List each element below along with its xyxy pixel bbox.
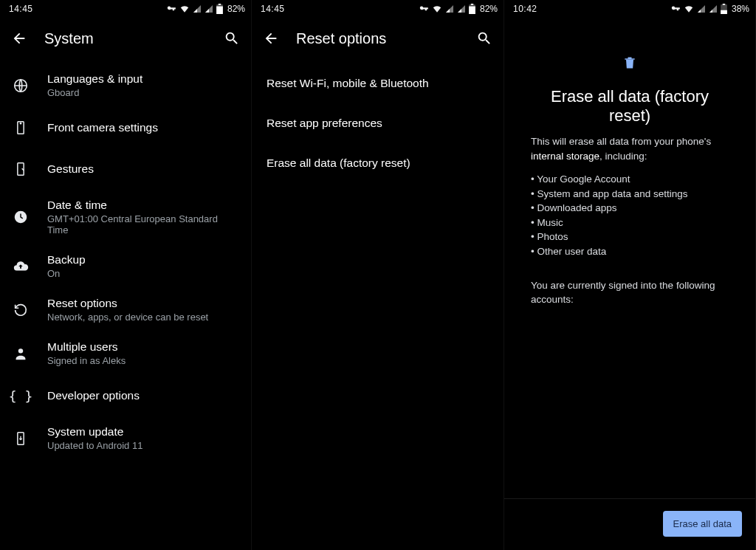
erase-all-data[interactable]: Erase all data (factory reset) bbox=[252, 143, 504, 183]
item-label: Developer options bbox=[47, 389, 140, 402]
bullet: Other user data bbox=[531, 244, 729, 259]
erase-all-data-button[interactable]: Erase all data bbox=[663, 511, 743, 537]
item-sublabel: Signed in as Aleks bbox=[47, 355, 126, 366]
trash-icon bbox=[622, 55, 637, 74]
wifi-icon bbox=[179, 4, 190, 14]
body-internal: internal storage bbox=[531, 151, 599, 162]
phone-front-icon bbox=[13, 120, 28, 135]
gesture-icon bbox=[13, 162, 28, 176]
signal2-icon bbox=[709, 4, 718, 13]
reset-app-preferences[interactable]: Reset app preferences bbox=[252, 103, 504, 143]
item-backup[interactable]: BackupOn bbox=[0, 244, 251, 288]
item-sublabel: GMT+01:00 Central European Standard Time bbox=[47, 213, 239, 236]
item-label: Reset options bbox=[47, 297, 208, 310]
item-developer-options[interactable]: { } Developer options bbox=[0, 375, 251, 416]
item-label: Gestures bbox=[47, 162, 94, 176]
status-battery: 38% bbox=[730, 4, 749, 14]
status-icons: 82% bbox=[419, 4, 498, 14]
item-date-time[interactable]: Date & timeGMT+01:00 Central European St… bbox=[0, 190, 251, 244]
reset-options-list: Reset Wi-Fi, mobile & Bluetooth Reset ap… bbox=[252, 59, 504, 183]
clock-icon bbox=[13, 209, 29, 225]
status-battery: 82% bbox=[226, 4, 245, 14]
item-reset-options[interactable]: Reset optionsNetwork, apps, or device ca… bbox=[0, 288, 251, 331]
back-button[interactable] bbox=[261, 28, 281, 49]
battery-icon bbox=[721, 4, 727, 14]
search-icon bbox=[224, 30, 240, 47]
app-bar: Reset options bbox=[252, 18, 504, 59]
reset-options-panel: 14:45 82% Reset options Reset Wi-Fi, mob… bbox=[252, 0, 504, 550]
item-gestures[interactable]: Gestures bbox=[0, 148, 251, 190]
arrow-back-icon bbox=[263, 30, 279, 47]
key-icon bbox=[166, 4, 176, 14]
system-settings-panel: 14:45 82% System Languages & inputGboard… bbox=[0, 0, 252, 550]
item-languages-input[interactable]: Languages & inputGboard bbox=[0, 63, 251, 107]
svg-rect-1 bbox=[216, 7, 223, 15]
item-sublabel: On bbox=[47, 268, 86, 279]
body-tail: , including: bbox=[599, 151, 647, 162]
item-system-update[interactable]: System updateUpdated to Android 11 bbox=[0, 416, 251, 460]
globe-icon bbox=[13, 78, 29, 94]
wifi-icon bbox=[684, 4, 694, 14]
svg-rect-12 bbox=[471, 4, 474, 5]
item-label: Backup bbox=[47, 253, 86, 267]
key-icon bbox=[670, 4, 681, 14]
restore-icon bbox=[13, 302, 29, 318]
search-button[interactable] bbox=[474, 28, 495, 49]
status-battery: 82% bbox=[478, 4, 498, 14]
signed-accounts-text: You are currently signed into the follow… bbox=[531, 278, 729, 307]
key-icon bbox=[419, 4, 429, 14]
system-update-icon bbox=[13, 431, 28, 446]
app-bar: System bbox=[0, 18, 251, 59]
bullet: Photos bbox=[531, 230, 729, 244]
item-label: Languages & input bbox=[47, 72, 142, 86]
factory-reset-panel: 10:42 38% Erase all data (factory reset)… bbox=[504, 0, 756, 550]
svg-rect-14 bbox=[721, 10, 727, 14]
braces-icon: { } bbox=[9, 388, 33, 404]
factory-reset-content: Erase all data (factory reset) This will… bbox=[504, 18, 755, 307]
item-label: Date & time bbox=[47, 199, 239, 212]
item-label: Front camera settings bbox=[47, 121, 158, 134]
erase-bullets: Your Google Account System and app data … bbox=[531, 172, 729, 258]
svg-point-8 bbox=[18, 348, 23, 353]
bullet: Your Google Account bbox=[531, 172, 729, 187]
arrow-back-icon bbox=[11, 30, 27, 47]
svg-rect-11 bbox=[469, 7, 475, 15]
signal2-icon bbox=[457, 4, 466, 13]
factory-reset-title: Erase all data (factory reset) bbox=[531, 87, 729, 126]
person-icon bbox=[13, 346, 29, 362]
status-time: 10:42 bbox=[510, 4, 537, 14]
item-multiple-users[interactable]: Multiple usersSigned in as Aleks bbox=[0, 331, 251, 375]
factory-reset-body: This will erase all data from your phone… bbox=[531, 134, 729, 307]
cloud-upload-icon bbox=[13, 258, 29, 275]
page-title: Reset options bbox=[296, 30, 459, 47]
battery-icon bbox=[469, 4, 475, 14]
svg-rect-15 bbox=[723, 4, 726, 5]
reset-wifi-mobile-bluetooth[interactable]: Reset Wi-Fi, mobile & Bluetooth bbox=[252, 63, 504, 103]
status-bar: 10:42 38% bbox=[504, 0, 755, 18]
item-front-camera[interactable]: Front camera settings bbox=[0, 107, 251, 148]
item-label: Multiple users bbox=[47, 340, 126, 354]
status-time: 14:45 bbox=[6, 4, 33, 14]
status-icons: 38% bbox=[670, 4, 749, 14]
status-time: 14:45 bbox=[258, 4, 285, 14]
back-button[interactable] bbox=[9, 28, 30, 49]
body-lead: This will erase all data from your phone… bbox=[531, 136, 711, 147]
item-sublabel: Network, apps, or device can be reset bbox=[47, 312, 208, 323]
bullet: Downloaded apps bbox=[531, 201, 729, 216]
search-button[interactable] bbox=[221, 28, 242, 49]
svg-point-5 bbox=[20, 123, 21, 124]
signal1-icon bbox=[445, 4, 454, 13]
signal2-icon bbox=[205, 4, 213, 13]
status-icons: 82% bbox=[166, 4, 245, 14]
signal1-icon bbox=[193, 4, 202, 13]
bullet: Music bbox=[531, 216, 729, 230]
item-sublabel: Updated to Android 11 bbox=[47, 440, 142, 451]
bullet: System and app data and settings bbox=[531, 187, 729, 202]
settings-list: Languages & inputGboard Front camera set… bbox=[0, 59, 251, 460]
page-title: System bbox=[44, 30, 207, 47]
wifi-icon bbox=[432, 4, 442, 14]
svg-rect-2 bbox=[219, 4, 221, 5]
search-icon bbox=[476, 30, 492, 47]
item-label: System update bbox=[47, 425, 142, 439]
status-bar: 14:45 82% bbox=[252, 0, 504, 18]
